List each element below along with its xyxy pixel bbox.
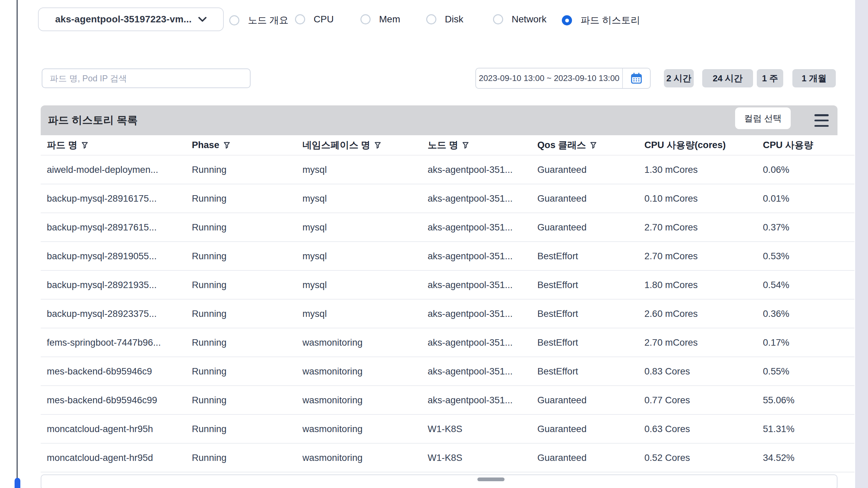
table-row[interactable]: fems-springboot-7447b96... Running wasmo…	[41, 328, 854, 357]
cell-pod-name: mes-backend-6b95946c99	[41, 395, 192, 406]
range-24h-button[interactable]: 24 시간	[702, 69, 753, 87]
filter-icon[interactable]	[82, 142, 88, 149]
cell-pod-name: backup-mysql-28916175...	[41, 193, 192, 204]
table-row[interactable]: moncatcloud-agent-hr95h Running wasmonit…	[41, 415, 854, 444]
table-row[interactable]: backup-mysql-28923375... Running mysql a…	[41, 300, 854, 328]
cell-namespace: wasmonitoring	[302, 395, 428, 406]
filter-icon[interactable]	[462, 142, 469, 149]
cell-qos-class: BestEffort	[537, 337, 645, 348]
table-row[interactable]: mes-backend-6b95946c99 Running wasmonito…	[41, 386, 854, 415]
cell-phase: Running	[192, 164, 302, 175]
date-range-picker[interactable]: 2023-09-10 13:00 ~ 2023-09-10 13:00	[475, 68, 651, 89]
column-header-cpu-usage: CPU 사용량(cores)	[644, 139, 753, 151]
cell-node-name: aks-agentpool-351...	[428, 193, 537, 204]
cell-cpu-percent: 0.36%	[753, 308, 854, 319]
column-select-button[interactable]: 컬럼 선택	[735, 107, 791, 129]
cell-qos-class: BestEffort	[537, 308, 645, 319]
cell-pod-name: moncatcloud-agent-hr95h	[41, 424, 192, 434]
cell-namespace: mysql	[302, 308, 428, 319]
cell-phase: Running	[192, 193, 302, 204]
range-1m-button[interactable]: 1 개월	[792, 69, 836, 87]
radio-mem[interactable]: Mem	[360, 14, 400, 25]
radio-circle[interactable]	[493, 14, 503, 24]
cell-pod-name: aiweld-model-deploymen...	[41, 164, 192, 175]
radio-circle[interactable]	[229, 15, 239, 25]
cell-cpu-percent: 0.37%	[753, 222, 854, 233]
cell-cpu-percent: 0.01%	[753, 193, 854, 204]
cell-namespace: mysql	[302, 222, 428, 233]
radio-label: Mem	[379, 14, 400, 25]
table-row[interactable]: backup-mysql-28916175... Running mysql a…	[41, 184, 854, 213]
range-2h-button[interactable]: 2 시간	[664, 69, 694, 87]
radio-circle[interactable]	[295, 14, 305, 24]
cell-cpu-usage: 0.77 Cores	[644, 395, 753, 406]
radio-network[interactable]: Network	[493, 14, 547, 25]
cell-cpu-usage: 2.70 mCores	[644, 222, 753, 233]
radio-circle[interactable]	[360, 14, 371, 24]
radio-node-overview[interactable]: 노드 개요	[229, 14, 289, 27]
cell-namespace: wasmonitoring	[302, 452, 428, 463]
cell-cpu-percent: 0.17%	[753, 337, 854, 348]
table-row[interactable]: aiweld-model-deploymen... Running mysql …	[41, 156, 854, 184]
radio-cpu[interactable]: CPU	[295, 14, 334, 25]
calendar-button[interactable]	[623, 68, 650, 88]
cell-cpu-percent: 0.55%	[753, 366, 854, 377]
cell-namespace: wasmonitoring	[302, 366, 428, 377]
horizontal-scrollbar-track[interactable]	[41, 474, 837, 488]
cell-cpu-usage: 0.63 Cores	[644, 424, 753, 434]
cell-namespace: wasmonitoring	[302, 424, 428, 434]
table-row[interactable]: backup-mysql-28917615... Running mysql a…	[41, 213, 854, 242]
radio-label: 파드 히스토리	[580, 14, 640, 27]
cell-qos-class: Guaranteed	[537, 424, 645, 434]
vertical-scrollbar-thumb[interactable]	[15, 478, 20, 488]
filter-icon[interactable]	[224, 142, 230, 149]
radio-label: Network	[512, 14, 547, 25]
table-row[interactable]: backup-mysql-28921935... Running mysql a…	[41, 271, 854, 300]
radio-circle[interactable]	[426, 14, 436, 24]
radio-label: Disk	[445, 14, 463, 25]
cell-phase: Running	[192, 395, 302, 406]
cell-phase: Running	[192, 337, 302, 348]
cell-namespace: mysql	[302, 280, 428, 290]
cell-phase: Running	[192, 366, 302, 377]
menu-icon[interactable]	[814, 114, 829, 127]
filter-icon[interactable]	[375, 142, 381, 149]
cell-cpu-percent: 0.54%	[753, 280, 854, 290]
cell-cpu-usage: 0.10 mCores	[644, 193, 753, 204]
cell-phase: Running	[192, 251, 302, 262]
horizontal-scrollbar-thumb[interactable]	[477, 477, 505, 481]
radio-pod-history[interactable]: 파드 히스토리	[562, 14, 640, 27]
table-row[interactable]: backup-mysql-28919055... Running mysql a…	[41, 242, 854, 271]
radio-label: CPU	[314, 14, 334, 25]
cell-cpu-percent: 55.06%	[753, 395, 854, 406]
calendar-icon	[630, 72, 643, 85]
table-titlebar: 파드 히스토리 목록 컬럼 선택	[41, 105, 837, 135]
cell-node-name: aks-agentpool-351...	[428, 395, 537, 406]
cell-namespace: mysql	[302, 251, 428, 262]
cell-pod-name: moncatcloud-agent-hr95d	[41, 452, 192, 463]
cell-cpu-usage: 2.60 mCores	[644, 308, 753, 319]
table-row[interactable]: mes-backend-6b95946c9 Running wasmonitor…	[41, 357, 854, 386]
cell-cpu-usage: 1.80 mCores	[644, 280, 753, 290]
pod-search-input[interactable]	[42, 68, 251, 88]
cell-node-name: aks-agentpool-351...	[428, 164, 537, 175]
cell-cpu-percent: 0.53%	[753, 251, 854, 262]
filter-icon[interactable]	[590, 142, 596, 149]
cell-qos-class: Guaranteed	[537, 395, 645, 406]
pod-history-section: 파드 히스토리 목록 컬럼 선택 파드 명 Phase 네임스페이스 명 노드 …	[41, 105, 854, 488]
cell-cpu-percent: 51.31%	[753, 424, 854, 434]
radio-disk[interactable]: Disk	[426, 14, 463, 25]
cell-namespace: wasmonitoring	[302, 337, 428, 348]
cell-qos-class: BestEffort	[537, 251, 645, 262]
cell-node-name: aks-agentpool-351...	[428, 337, 537, 348]
radio-circle-selected[interactable]	[562, 15, 572, 25]
cell-cpu-percent: 0.06%	[753, 164, 854, 175]
cell-phase: Running	[192, 308, 302, 319]
cell-phase: Running	[192, 424, 302, 434]
cell-node-name: aks-agentpool-351...	[428, 366, 537, 377]
table-row[interactable]: moncatcloud-agent-hr95d Running wasmonit…	[41, 444, 854, 472]
range-1w-button[interactable]: 1 주	[757, 69, 783, 87]
view-radio-group: 노드 개요 CPU Mem Disk Network 파드 히스토리	[0, 14, 868, 25]
cell-cpu-percent: 34.52%	[753, 452, 854, 463]
right-background-strip	[855, 0, 868, 488]
